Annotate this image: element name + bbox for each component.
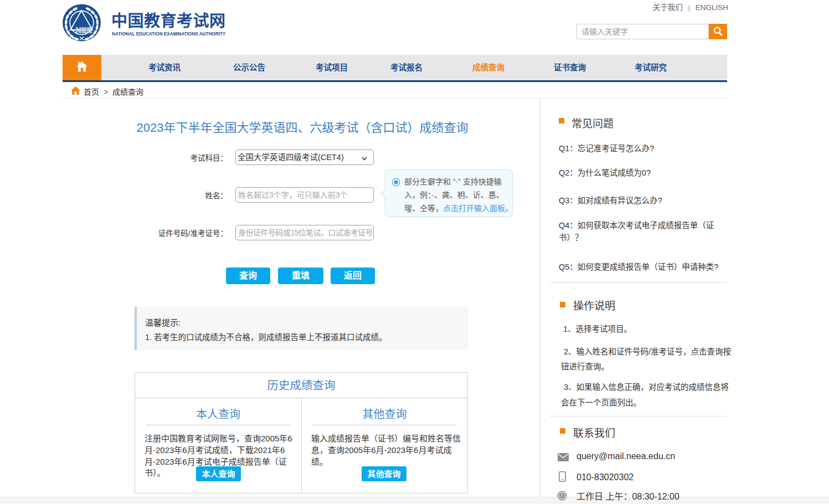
svg-text:NEE: NEE <box>76 26 92 34</box>
